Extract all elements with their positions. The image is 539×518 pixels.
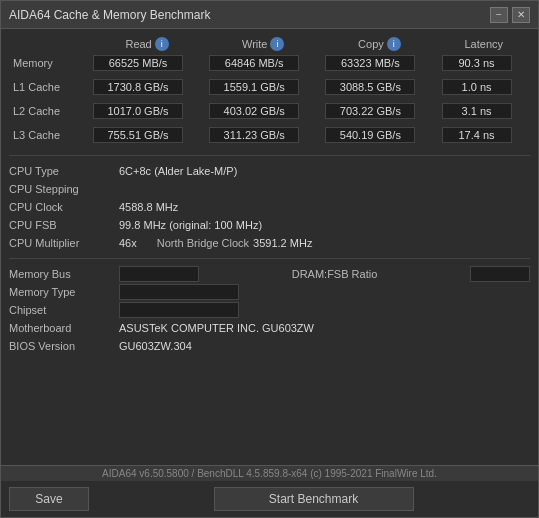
- table-row: Memory 66525 MB/s 64846 MB/s 63323 MB/s …: [9, 53, 530, 73]
- cpu-clock-row: CPU Clock 4588.8 MHz: [9, 198, 530, 216]
- read-info-icon[interactable]: i: [155, 37, 169, 51]
- read-header: Read i: [89, 35, 205, 53]
- cpu-info-section: CPU Type 6C+8c (Alder Lake-M/P) CPU Step…: [9, 160, 530, 254]
- memory-info-section: Memory Bus DRAM:FSB Ratio Memory Type Ch…: [9, 263, 530, 357]
- row-read: 1017.0 GB/s: [89, 101, 205, 121]
- divider-1: [9, 155, 530, 156]
- row-write: 403.02 GB/s: [205, 101, 321, 121]
- row-label: L3 Cache: [9, 125, 89, 145]
- bios-row: BIOS Version GU603ZW.304: [9, 337, 530, 355]
- row-latency: 17.4 ns: [438, 125, 530, 145]
- row-copy: 540.19 GB/s: [321, 125, 437, 145]
- memory-bus-label: Memory Bus: [9, 268, 119, 280]
- window-title: AIDA64 Cache & Memory Benchmark: [9, 8, 490, 22]
- title-bar-buttons: − ✕: [490, 7, 530, 23]
- row-label: Memory: [9, 53, 89, 73]
- memory-type-row: Memory Type: [9, 283, 530, 301]
- row-read: 755.51 GB/s: [89, 125, 205, 145]
- memory-type-label: Memory Type: [9, 286, 119, 298]
- row-label: L1 Cache: [9, 77, 89, 97]
- main-window: AIDA64 Cache & Memory Benchmark − ✕ Read…: [0, 0, 539, 518]
- row-latency: 90.3 ns: [438, 53, 530, 73]
- dram-fsb-value: [470, 266, 530, 282]
- write-header: Write i: [205, 35, 321, 53]
- cpu-type-row: CPU Type 6C+8c (Alder Lake-M/P): [9, 162, 530, 180]
- copy-header: Copy i: [321, 35, 437, 53]
- bios-value: GU603ZW.304: [119, 340, 530, 352]
- minimize-button[interactable]: −: [490, 7, 508, 23]
- start-benchmark-button[interactable]: Start Benchmark: [214, 487, 414, 511]
- north-bridge-label: North Bridge Clock: [157, 237, 249, 249]
- row-label: L2 Cache: [9, 101, 89, 121]
- row-read: 1730.8 GB/s: [89, 77, 205, 97]
- main-content: Read i Write i Copy i: [1, 29, 538, 465]
- save-button[interactable]: Save: [9, 487, 89, 511]
- chipset-value: [119, 302, 239, 318]
- latency-header: Latency: [438, 35, 530, 53]
- cpu-multiplier-row: CPU Multiplier 46x North Bridge Clock 35…: [9, 234, 530, 252]
- footer-status: AIDA64 v6.50.5800 / BenchDLL 4.5.859.8-x…: [1, 465, 538, 481]
- row-read: 66525 MB/s: [89, 53, 205, 73]
- memory-bus-row: Memory Bus DRAM:FSB Ratio: [9, 265, 530, 283]
- cpu-clock-value: 4588.8 MHz: [119, 201, 530, 213]
- cpu-fsb-row: CPU FSB 99.8 MHz (original: 100 MHz): [9, 216, 530, 234]
- memory-type-value: [119, 284, 239, 300]
- footer-text: AIDA64 v6.50.5800 / BenchDLL 4.5.859.8-x…: [102, 468, 437, 479]
- row-write: 64846 MB/s: [205, 53, 321, 73]
- cpu-stepping-label: CPU Stepping: [9, 183, 119, 195]
- divider-2: [9, 258, 530, 259]
- row-write: 1559.1 GB/s: [205, 77, 321, 97]
- memory-bus-value: [119, 266, 199, 282]
- row-latency: 1.0 ns: [438, 77, 530, 97]
- row-latency: 3.1 ns: [438, 101, 530, 121]
- table-row: L2 Cache 1017.0 GB/s 403.02 GB/s 703.22 …: [9, 101, 530, 121]
- cpu-multiplier-label: CPU Multiplier: [9, 237, 119, 249]
- button-bar: Save Start Benchmark: [1, 481, 538, 517]
- row-write: 311.23 GB/s: [205, 125, 321, 145]
- chipset-label: Chipset: [9, 304, 119, 316]
- cpu-stepping-row: CPU Stepping: [9, 180, 530, 198]
- close-button[interactable]: ✕: [512, 7, 530, 23]
- row-copy: 63323 MB/s: [321, 53, 437, 73]
- motherboard-label: Motherboard: [9, 322, 119, 334]
- motherboard-row: Motherboard ASUSTeK COMPUTER INC. GU603Z…: [9, 319, 530, 337]
- benchmark-table: Read i Write i Copy i: [9, 35, 530, 145]
- bios-label: BIOS Version: [9, 340, 119, 352]
- cpu-type-label: CPU Type: [9, 165, 119, 177]
- row-copy: 703.22 GB/s: [321, 101, 437, 121]
- cpu-fsb-value: 99.8 MHz (original: 100 MHz): [119, 219, 530, 231]
- north-bridge-value: 3591.2 MHz: [253, 237, 312, 249]
- row-copy: 3088.5 GB/s: [321, 77, 437, 97]
- cpu-fsb-label: CPU FSB: [9, 219, 119, 231]
- motherboard-value: ASUSTeK COMPUTER INC. GU603ZW: [119, 322, 530, 334]
- table-row: L3 Cache 755.51 GB/s 311.23 GB/s 540.19 …: [9, 125, 530, 145]
- dram-fsb-label: DRAM:FSB Ratio: [199, 268, 470, 280]
- cpu-clock-label: CPU Clock: [9, 201, 119, 213]
- cpu-multiplier-value: 46x: [119, 237, 137, 249]
- write-info-icon[interactable]: i: [270, 37, 284, 51]
- title-bar: AIDA64 Cache & Memory Benchmark − ✕: [1, 1, 538, 29]
- cpu-type-value: 6C+8c (Alder Lake-M/P): [119, 165, 530, 177]
- copy-info-icon[interactable]: i: [387, 37, 401, 51]
- table-row: L1 Cache 1730.8 GB/s 1559.1 GB/s 3088.5 …: [9, 77, 530, 97]
- chipset-row: Chipset: [9, 301, 530, 319]
